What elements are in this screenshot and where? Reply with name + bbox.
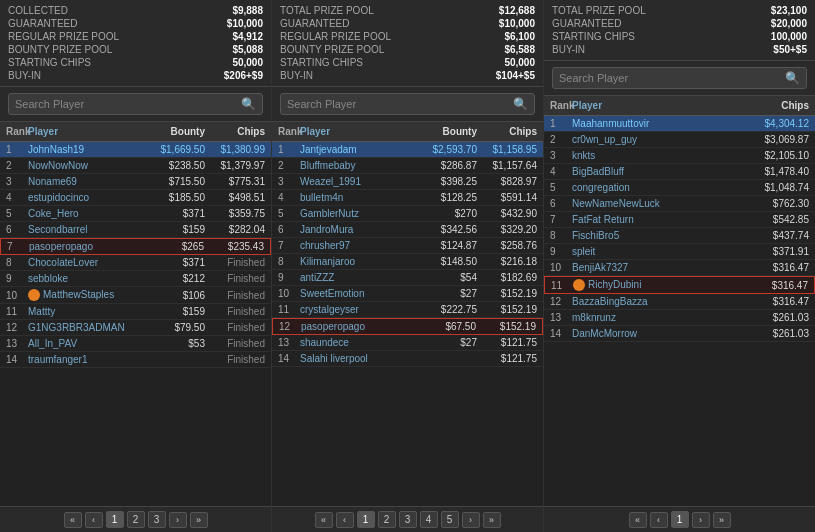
page-last-button[interactable]: » <box>483 512 501 528</box>
table-row[interactable]: 11crystalgeyser$222.75$152.19 <box>272 302 543 318</box>
chips-cell: $1,048.74 <box>737 182 809 193</box>
chips-cell: $329.20 <box>477 224 537 235</box>
table-row[interactable]: 7pasoperopago$265$235.43 <box>0 238 271 255</box>
table-row[interactable]: 10SweetEmotion$27$152.19 <box>272 286 543 302</box>
table-row[interactable]: 5Coke_Hero$371$359.75 <box>0 206 271 222</box>
rank-cell: 8 <box>278 256 300 267</box>
page-next-button[interactable]: › <box>692 512 710 528</box>
bounty-cell: $53 <box>147 338 205 349</box>
search-button[interactable]: 🔍 <box>785 71 800 85</box>
table-row[interactable]: 14Salahi liverpool$121.75 <box>272 351 543 367</box>
table-row[interactable]: 6Secondbarrel$159$282.04 <box>0 222 271 238</box>
pagination: «‹1›» <box>544 506 815 532</box>
table-row[interactable]: 6JandroMura$342.56$329.20 <box>272 222 543 238</box>
search-input[interactable] <box>15 98 241 110</box>
stat-label: STARTING CHIPS <box>8 57 91 68</box>
table-row[interactable]: 9sebbloke$212Finished <box>0 271 271 287</box>
page-last-button[interactable]: » <box>713 512 731 528</box>
page-number-button[interactable]: 1 <box>671 511 689 528</box>
table-row[interactable]: 12BazzaBingBazza$316.47 <box>544 294 815 310</box>
search-input[interactable] <box>287 98 513 110</box>
table-row[interactable]: 8Kilimanjaroo$148.50$216.18 <box>272 254 543 270</box>
page-next-button[interactable]: › <box>462 512 480 528</box>
player-cell: BazzaBingBazza <box>572 296 737 307</box>
table-row[interactable]: 8ChocolateLover$371Finished <box>0 255 271 271</box>
rank-cell: 11 <box>6 306 28 317</box>
table-row[interactable]: 1Maahanmuuttovir$4,304.12 <box>544 116 815 132</box>
chips-cell: $261.03 <box>737 328 809 339</box>
player-cell: Coke_Hero <box>28 208 147 219</box>
stat-label: TOTAL PRIZE POOL <box>280 5 374 16</box>
rank-cell: 4 <box>6 192 28 203</box>
table-row[interactable]: 13m8knrunz$261.03 <box>544 310 815 326</box>
page-next-button[interactable]: › <box>169 512 187 528</box>
table-row[interactable]: 12pasoperopago$67.50$152.19 <box>272 318 543 335</box>
table-row[interactable]: 10BenjiAk7327$316.47 <box>544 260 815 276</box>
page-number-button[interactable]: 2 <box>127 511 145 528</box>
page-number-button[interactable]: 4 <box>420 511 438 528</box>
table-row[interactable]: 6NewNameNewLuck$762.30 <box>544 196 815 212</box>
table-row[interactable]: 14traumfanger1Finished <box>0 352 271 368</box>
page-number-button[interactable]: 3 <box>148 511 166 528</box>
bounty-cell: $265 <box>146 241 204 252</box>
page-last-button[interactable]: » <box>190 512 208 528</box>
table-row[interactable]: 3Noname69$715.50$775.31 <box>0 174 271 190</box>
table-row[interactable]: 13shaundece$27$121.75 <box>272 335 543 351</box>
table-row[interactable]: 1JohnNash19$1,669.50$1,380.99 <box>0 142 271 158</box>
page-number-button[interactable]: 2 <box>378 511 396 528</box>
chips-cell: $1,157.64 <box>477 160 537 171</box>
stat-value: $12,688 <box>499 5 535 16</box>
table-row[interactable]: 14DanMcMorrow$261.03 <box>544 326 815 342</box>
table-row[interactable]: 4bulletm4n$128.25$591.14 <box>272 190 543 206</box>
stat-row: REGULAR PRIZE POOL$4,912 <box>8 30 263 43</box>
page-prev-button[interactable]: ‹ <box>336 512 354 528</box>
player-cell: DanMcMorrow <box>572 328 737 339</box>
table-row[interactable]: 11Mattty$159Finished <box>0 304 271 320</box>
table-row[interactable]: 10MatthewStaples$106Finished <box>0 287 271 304</box>
table-row[interactable]: 2NowNowNow$238.50$1,379.97 <box>0 158 271 174</box>
page-prev-button[interactable]: ‹ <box>650 512 668 528</box>
page-number-button[interactable]: 1 <box>357 511 375 528</box>
stat-value: $10,000 <box>499 18 535 29</box>
table-row[interactable]: 3Weazel_1991$398.25$828.97 <box>272 174 543 190</box>
table-row[interactable]: 5GamblerNutz$270$432.90 <box>272 206 543 222</box>
table-row[interactable]: 1Jantjevadam$2,593.70$1,158.95 <box>272 142 543 158</box>
chips-cell: Finished <box>205 290 265 301</box>
chips-cell: $2,105.10 <box>737 150 809 161</box>
table-row[interactable]: 9antiZZZ$54$182.69 <box>272 270 543 286</box>
page-number-button[interactable]: 3 <box>399 511 417 528</box>
page-first-button[interactable]: « <box>64 512 82 528</box>
chips-cell: Finished <box>205 306 265 317</box>
table-row[interactable]: 12G1NG3RBR3ADMAN$79.50Finished <box>0 320 271 336</box>
search-button[interactable]: 🔍 <box>513 97 528 111</box>
stat-label: COLLECTED <box>8 5 68 16</box>
rank-cell: 2 <box>550 134 572 145</box>
table-row[interactable]: 5congregation$1,048.74 <box>544 180 815 196</box>
table-row[interactable]: 7FatFat Return$542.85 <box>544 212 815 228</box>
page-number-button[interactable]: 5 <box>441 511 459 528</box>
rank-cell: 12 <box>550 296 572 307</box>
table-row[interactable]: 4BigBadBluff$1,478.40 <box>544 164 815 180</box>
rank-cell: 6 <box>550 198 572 209</box>
page-prev-button[interactable]: ‹ <box>85 512 103 528</box>
table-row[interactable]: 11RichyDubini$316.47 <box>544 276 815 294</box>
table-row[interactable]: 3knkts$2,105.10 <box>544 148 815 164</box>
page-first-button[interactable]: « <box>629 512 647 528</box>
table-row[interactable]: 2cr0wn_up_guy$3,069.87 <box>544 132 815 148</box>
table-row[interactable]: 2Bluffmebaby$286.87$1,157.64 <box>272 158 543 174</box>
stat-row: STARTING CHIPS50,000 <box>280 56 535 69</box>
rank-cell: 3 <box>6 176 28 187</box>
search-button[interactable]: 🔍 <box>241 97 256 111</box>
chips-cell: $152.19 <box>477 304 537 315</box>
table-row[interactable]: 13All_In_PAV$53Finished <box>0 336 271 352</box>
page-first-button[interactable]: « <box>315 512 333 528</box>
page-number-button[interactable]: 1 <box>106 511 124 528</box>
table-row[interactable]: 4estupidocinco$185.50$498.51 <box>0 190 271 206</box>
table-row[interactable]: 8FischiBro5$437.74 <box>544 228 815 244</box>
pagination: «‹123›» <box>0 506 271 532</box>
search-input[interactable] <box>559 72 785 84</box>
table-header: RankPlayerBountyChips <box>272 122 543 142</box>
table-row[interactable]: 9spleit$371.91 <box>544 244 815 260</box>
stat-label: STARTING CHIPS <box>552 31 635 42</box>
table-row[interactable]: 7chrusher97$124.87$258.76 <box>272 238 543 254</box>
